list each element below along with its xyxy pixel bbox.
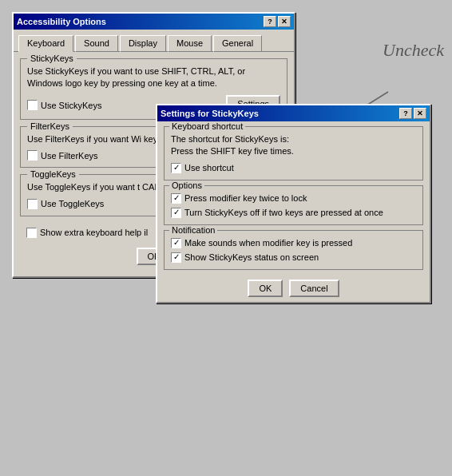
filter-keys-label: FilterKeys xyxy=(27,121,73,131)
sticky-keys-label: StickyKeys xyxy=(27,54,77,63)
make-sounds-checkbox[interactable] xyxy=(171,238,181,248)
extra-keyboard-checkbox[interactable] xyxy=(26,228,37,238)
main-title-text: Accessibility Options xyxy=(17,17,106,26)
tab-mouse[interactable]: Mouse xyxy=(168,35,212,52)
main-title-label: Accessibility Options xyxy=(17,17,106,26)
show-status-label: Show StickyKeys status on screen xyxy=(184,252,319,262)
make-sounds-label: Make sounds when modifier key is pressed xyxy=(184,238,352,248)
settings-ok-button[interactable]: OK xyxy=(248,280,283,297)
settings-help-button[interactable]: ? xyxy=(399,108,412,119)
filter-keys-checkbox[interactable] xyxy=(27,150,38,161)
toggle-keys-label: ToggleKeys xyxy=(27,169,79,179)
use-shortcut-checkbox[interactable] xyxy=(171,163,181,173)
main-title-bar: Accessibility Options ? ✕ xyxy=(14,14,294,30)
tab-bar: Keyboard Sound Display Mouse General xyxy=(14,30,294,51)
toggle-keys-checkbox[interactable] xyxy=(27,199,38,209)
notification-option1-row: Make sounds when modifier key is pressed xyxy=(171,238,416,248)
settings-title-controls: ? ✕ xyxy=(399,108,426,119)
option2-row: Turn StickyKeys off if two keys are pres… xyxy=(171,208,416,218)
option1-row: Press modifier key twice to lock xyxy=(171,193,416,204)
settings-bottom-buttons: OK Cancel xyxy=(157,275,430,302)
sticky-keys-desc: Use StickyKeys if you want to use SHIFT,… xyxy=(27,65,280,90)
settings-title-label: Settings for StickyKeys xyxy=(161,109,259,118)
options-label: Options xyxy=(169,180,204,190)
keyboard-shortcut-desc: The shortcut for StickyKeys is:Press the… xyxy=(171,133,416,158)
sticky-keys-checkbox-label: Use StickyKeys xyxy=(41,101,101,110)
tab-keyboard[interactable]: Keyboard xyxy=(18,35,73,52)
use-shortcut-row: Use shortcut xyxy=(171,163,416,173)
tab-display[interactable]: Display xyxy=(120,35,166,52)
press-modifier-label: Press modifier key twice to lock xyxy=(184,193,307,203)
settings-window: Settings for StickyKeys ? ✕ Keyboard sho… xyxy=(156,104,431,303)
show-status-checkbox[interactable] xyxy=(171,252,181,263)
settings-title-bar: Settings for StickyKeys ? ✕ xyxy=(157,105,430,121)
help-button[interactable]: ? xyxy=(264,16,276,27)
use-shortcut-label: Use shortcut xyxy=(184,163,234,173)
title-bar-controls: ? ✕ xyxy=(264,16,291,27)
options-section: Options Press modifier key twice to lock… xyxy=(164,185,423,225)
close-button[interactable]: ✕ xyxy=(278,16,291,27)
press-modifier-checkbox[interactable] xyxy=(171,193,181,204)
sticky-keys-checkbox[interactable] xyxy=(27,100,38,110)
toggle-keys-checkbox-label: Use ToggleKeys xyxy=(41,199,104,208)
sticky-keys-checkbox-row: Use StickyKeys xyxy=(27,100,101,110)
settings-title-text: Settings for StickyKeys xyxy=(161,109,259,118)
notification-option2-row: Show StickyKeys status on screen xyxy=(171,252,416,263)
tab-general[interactable]: General xyxy=(213,35,262,52)
filter-keys-checkbox-label: Use FilterKeys xyxy=(41,151,98,161)
turn-off-checkbox[interactable] xyxy=(171,208,181,218)
tab-sound[interactable]: Sound xyxy=(75,35,118,52)
turn-off-label: Turn StickyKeys off if two keys are pres… xyxy=(184,208,383,217)
notification-section: Notification Make sounds when modifier k… xyxy=(164,230,423,270)
notification-label: Notification xyxy=(169,225,217,235)
settings-close-button[interactable]: ✕ xyxy=(414,108,426,119)
settings-cancel-button[interactable]: Cancel xyxy=(289,280,339,297)
extra-keyboard-label: Show extra keyboard help il xyxy=(40,228,148,237)
keyboard-shortcut-label: Keyboard shortcut xyxy=(169,121,245,131)
uncheck-annotation: Uncheck xyxy=(383,40,444,61)
keyboard-shortcut-section: Keyboard shortcut The shortcut for Stick… xyxy=(164,126,423,180)
